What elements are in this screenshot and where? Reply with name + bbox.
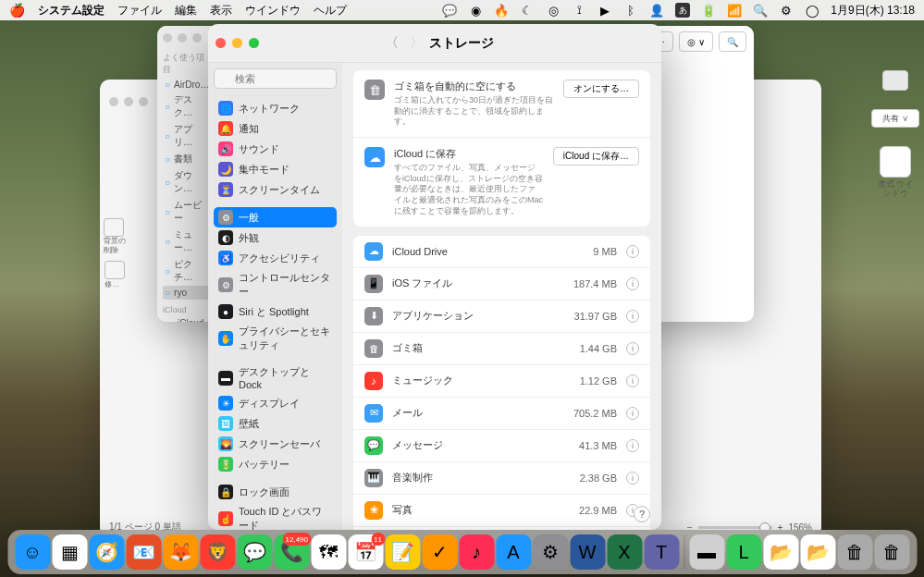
- rec-action-button[interactable]: iCloud に保存…: [553, 147, 639, 166]
- rec-action-button[interactable]: オンにする…: [563, 80, 639, 98]
- finder-sidebar-item[interactable]: ☁iCloud…: [163, 316, 209, 322]
- finder-sidebar-item[interactable]: ○ryo: [163, 286, 209, 300]
- info-icon[interactable]: i: [626, 277, 639, 290]
- info-icon[interactable]: i: [626, 310, 639, 323]
- dock-app[interactable]: ♪: [459, 534, 494, 570]
- settings-sidebar-item[interactable]: 🌄スクリーンセーバ: [214, 434, 337, 454]
- menu-help[interactable]: ヘルプ: [314, 3, 347, 18]
- finder-sidebar-item[interactable]: ○ダウン…: [163, 167, 209, 197]
- battery-widget-icon[interactable]: ◎: [546, 3, 561, 18]
- finder-sidebar-item[interactable]: ○ムービー: [163, 197, 209, 227]
- zoom-slider[interactable]: [698, 526, 772, 529]
- wifi-icon[interactable]: 📶: [727, 3, 742, 18]
- settings-sidebar-item[interactable]: 🔒ロック画面: [214, 482, 337, 502]
- close-button[interactable]: [216, 38, 226, 48]
- settings-sidebar-item[interactable]: ☀ディスプレイ: [214, 393, 337, 413]
- settings-sidebar-item[interactable]: 🔋バッテリー: [214, 454, 337, 474]
- dock-app[interactable]: 🧭: [89, 534, 124, 570]
- dock-app[interactable]: 📅11: [348, 534, 383, 570]
- menu-file[interactable]: ファイル: [117, 3, 162, 18]
- info-icon[interactable]: i: [626, 407, 639, 420]
- toolbar-link-icon[interactable]: [874, 70, 917, 91]
- finder-sidebar-item[interactable]: ○ピクチ…: [163, 256, 209, 286]
- settings-search-input[interactable]: [214, 68, 337, 89]
- airplay-icon[interactable]: ⟟: [572, 3, 586, 18]
- nav-back[interactable]: 〈: [379, 34, 404, 52]
- menu-window[interactable]: ウインドウ: [245, 3, 301, 18]
- settings-sidebar-item[interactable]: 🖼壁紙: [214, 413, 337, 434]
- nav-forward[interactable]: 〉: [404, 34, 429, 52]
- zoom-button[interactable]: [249, 38, 259, 48]
- dock-app[interactable]: 📂: [800, 534, 835, 570]
- dock-app[interactable]: 📞12,490: [274, 534, 309, 570]
- dock-app[interactable]: 🦊: [163, 534, 198, 570]
- play-icon[interactable]: ▶: [598, 3, 612, 18]
- dock-app[interactable]: 🗺: [311, 534, 346, 570]
- info-icon[interactable]: i: [626, 342, 639, 355]
- search-icon[interactable]: 🔍: [753, 3, 768, 18]
- dnd-icon[interactable]: ☾: [520, 3, 535, 18]
- input-source-icon[interactable]: あ: [675, 3, 690, 18]
- settings-sidebar-item[interactable]: 🔔通知: [214, 118, 337, 139]
- dock-app[interactable]: ✓: [422, 534, 457, 570]
- settings-sidebar-item[interactable]: 🔊サウンド: [214, 139, 337, 159]
- dock-app[interactable]: W: [570, 534, 605, 570]
- apple-menu[interactable]: 🍎: [9, 3, 25, 18]
- app-menu[interactable]: システム設定: [38, 3, 105, 18]
- control-center-icon[interactable]: ⚙: [779, 3, 794, 18]
- shazam-icon[interactable]: ◉: [468, 3, 483, 18]
- finder-search-btn[interactable]: 🔍: [719, 31, 746, 52]
- storage-row[interactable]: ☁iCloud Drive9 MBi: [353, 236, 650, 267]
- user-icon[interactable]: 👤: [649, 3, 664, 18]
- info-icon[interactable]: i: [626, 439, 639, 452]
- dock-app[interactable]: L: [726, 534, 761, 570]
- dock-app[interactable]: 🗑: [874, 534, 909, 570]
- settings-sidebar-item[interactable]: 🌙集中モード: [214, 159, 337, 179]
- dock-app[interactable]: 📧: [126, 534, 161, 570]
- settings-sidebar-item[interactable]: ⚙コントロールセンター: [214, 268, 337, 301]
- battery-icon[interactable]: 🔋: [701, 3, 716, 18]
- dock-app[interactable]: ⚙: [533, 534, 568, 570]
- settings-sidebar-item[interactable]: ⚙一般: [214, 207, 337, 227]
- storage-row[interactable]: 🎹音楽制作2.38 GBi: [353, 461, 650, 494]
- settings-sidebar-item[interactable]: ♿アクセシビリティ: [214, 248, 337, 268]
- dock-app[interactable]: A: [496, 534, 531, 570]
- settings-sidebar-item[interactable]: ▬デスクトップと Dock: [214, 362, 337, 393]
- dock-app[interactable]: 📝: [385, 534, 420, 570]
- finder-sidebar-item[interactable]: ○ミュー…: [163, 227, 209, 256]
- storage-row[interactable]: 🗑ゴミ箱1.44 GBi: [353, 332, 650, 364]
- settings-sidebar-item[interactable]: ●Siri と Spotlight: [214, 301, 337, 322]
- minimize-button[interactable]: [232, 38, 242, 48]
- finder-sidebar-item[interactable]: ○アプリ…: [163, 121, 209, 151]
- settings-sidebar-item[interactable]: ☝Touch ID とパスワード: [214, 502, 337, 530]
- dock-app[interactable]: 📂: [763, 534, 798, 570]
- storage-row[interactable]: ♪ミュージック1.12 GBi: [353, 364, 650, 397]
- help-button[interactable]: ?: [634, 506, 650, 522]
- menu-edit[interactable]: 編集: [175, 3, 197, 18]
- finder-sidebar-item[interactable]: ○AirDro…: [163, 78, 209, 92]
- dock-app[interactable]: 💬: [237, 534, 272, 570]
- storage-row[interactable]: ❀写真22.9 MBi: [353, 494, 650, 526]
- siri-icon[interactable]: ◯: [805, 3, 819, 18]
- dock-app[interactable]: X: [607, 534, 642, 570]
- dock-app[interactable]: 🦁: [200, 534, 235, 570]
- settings-sidebar-item[interactable]: 🌐ネットワーク: [214, 98, 337, 118]
- settings-sidebar-item[interactable]: ◐外観: [214, 227, 337, 248]
- settings-sidebar-item[interactable]: ✋プライバシーとセキュリティ: [214, 322, 337, 355]
- info-icon[interactable]: i: [626, 472, 639, 485]
- info-icon[interactable]: i: [626, 245, 639, 258]
- dock-app[interactable]: 🗑: [837, 534, 872, 570]
- bluetooth-icon[interactable]: ᛒ: [623, 3, 638, 18]
- share-button[interactable]: 共有 ∨: [874, 109, 917, 128]
- storage-row[interactable]: 📱iOS ファイル187.4 MBi: [353, 267, 650, 300]
- line-icon[interactable]: 💬: [442, 3, 457, 18]
- format-window-icon[interactable]: 書式 ウインドウ: [874, 146, 917, 199]
- dock-app[interactable]: ☺: [15, 534, 50, 570]
- storage-row[interactable]: ⬇アプリケーション31.97 GBi: [353, 300, 650, 332]
- menu-view[interactable]: 表示: [210, 3, 232, 18]
- finder-toolbar-btn[interactable]: ◎ ∨: [679, 31, 713, 52]
- dock-app[interactable]: ▦: [52, 534, 87, 570]
- dock-app[interactable]: T: [644, 534, 679, 570]
- storage-row[interactable]: ✉メール705.2 MBi: [353, 397, 650, 429]
- info-icon[interactable]: i: [626, 374, 639, 387]
